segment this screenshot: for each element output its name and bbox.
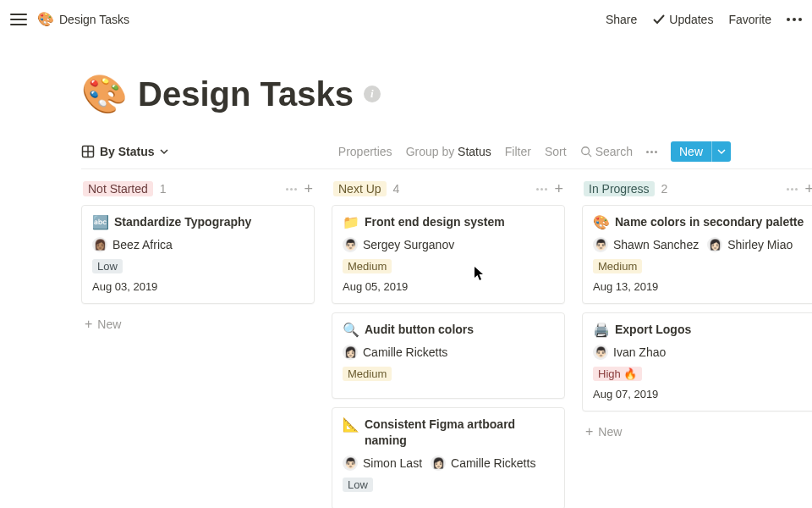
chevron-down-icon (717, 147, 726, 156)
page-title[interactable]: Design Tasks (138, 75, 354, 113)
assignee: 👨🏻Ivan Zhao (593, 345, 666, 360)
card-icon: 🖨️ (593, 322, 610, 338)
card-icon: 🔤 (92, 214, 109, 230)
chevron-down-icon (160, 147, 168, 156)
breadcrumb-title: Design Tasks (59, 13, 129, 26)
status-pill: In Progress (584, 181, 655, 196)
assignee-name: Sergey Surganov (363, 238, 454, 251)
task-card[interactable]: 🔤Standardize Typography👩🏽Beez AfricaLowA… (81, 205, 315, 304)
assignee-name: Beez Africa (112, 238, 173, 251)
column-add-icon[interactable]: + (304, 181, 313, 196)
priority-badge: High 🔥 (593, 367, 642, 381)
avatar: 👨🏻 (343, 456, 358, 471)
assignee-list: 👨🏻Shawn Sanchez👩🏻Shirley Miao (593, 237, 804, 252)
assignee: 👩🏻Camille Ricketts (343, 345, 447, 360)
avatar: 👨🏻 (343, 237, 358, 252)
column-count: 1 (160, 182, 167, 196)
column-count: 2 (661, 182, 668, 196)
board-column-next_up: Next Up4+📁Front end design system👨🏻Serge… (332, 181, 565, 508)
priority-badge: Low (92, 259, 123, 273)
more-menu-icon[interactable] (787, 18, 802, 21)
assignee: 👩🏻Shirley Miao (707, 237, 793, 252)
assignee: 👩🏻Camille Ricketts (431, 456, 535, 471)
avatar: 👨🏻 (593, 345, 608, 360)
board-column-not_started: Not Started1+🔤Standardize Typography👩🏽Be… (81, 181, 315, 508)
card-title: Audit button colors (365, 322, 474, 338)
plus-icon: + (585, 425, 593, 439)
add-card-label: New (598, 425, 622, 439)
assignee-name: Shirley Miao (727, 238, 793, 251)
avatar: 👩🏽 (92, 237, 107, 252)
add-card-button[interactable]: +New (81, 312, 315, 336)
card-icon: 📐 (343, 417, 359, 433)
assignee: 👨🏻Shawn Sanchez (593, 237, 699, 252)
filter-button[interactable]: Filter (505, 145, 531, 158)
assignee-list: 👨🏻Ivan Zhao (593, 345, 804, 360)
group-by-button[interactable]: Group by Status (406, 145, 491, 158)
column-more-icon[interactable] (536, 188, 547, 190)
sort-button[interactable]: Sort (545, 145, 567, 158)
avatar: 👩🏻 (707, 237, 722, 252)
column-header[interactable]: Not Started1+ (81, 181, 315, 196)
card-title: Name colors in secondary palette (615, 214, 804, 230)
card-icon: 📁 (343, 214, 359, 230)
card-icon: 🔍 (343, 322, 359, 338)
share-button[interactable]: Share (606, 13, 637, 26)
priority-badge: Medium (343, 367, 392, 381)
search-button[interactable]: Search (580, 145, 633, 158)
assignee-name: Camille Ricketts (451, 456, 535, 470)
properties-button[interactable]: Properties (338, 145, 392, 158)
task-card[interactable]: 🎨Name colors in secondary palette👨🏻Shawn… (582, 205, 812, 304)
task-card[interactable]: 📐Consistent Figma artboard naming👨🏻Simon… (332, 407, 565, 508)
column-add-icon[interactable]: + (554, 181, 563, 196)
task-card[interactable]: 📁Front end design system👨🏻Sergey Surgano… (332, 205, 565, 304)
svg-point-3 (581, 147, 589, 155)
assignee-name: Ivan Zhao (613, 345, 666, 359)
hamburger-menu-icon[interactable] (10, 11, 27, 28)
priority-badge: Medium (343, 259, 392, 273)
assignee-list: 👩🏻Camille Ricketts (343, 345, 554, 360)
task-card[interactable]: 🔍Audit button colors👩🏻Camille RickettsMe… (332, 312, 565, 399)
status-pill: Next Up (333, 181, 387, 196)
column-count: 4 (393, 182, 400, 196)
column-header[interactable]: In Progress2+ (582, 181, 812, 196)
page-icon[interactable]: 🎨 (81, 72, 128, 116)
breadcrumb[interactable]: 🎨 Design Tasks (37, 11, 129, 27)
assignee: 👩🏽Beez Africa (92, 237, 173, 252)
board-icon (81, 145, 95, 158)
priority-badge: Low (343, 478, 373, 492)
avatar: 👨🏻 (593, 237, 608, 252)
check-icon (652, 13, 666, 26)
column-add-icon[interactable]: + (804, 181, 812, 196)
card-title: Front end design system (365, 214, 505, 230)
add-card-button[interactable]: +New (582, 420, 812, 444)
new-button[interactable]: New (671, 141, 731, 162)
card-date: Aug 05, 2019 (343, 280, 554, 293)
assignee-name: Simon Last (363, 456, 422, 470)
card-title: Export Logos (615, 322, 691, 338)
new-dropdown-icon[interactable] (711, 141, 731, 162)
card-date: Aug 07, 2019 (593, 388, 804, 400)
column-header[interactable]: Next Up4+ (332, 181, 565, 196)
view-more-icon[interactable] (646, 151, 657, 153)
svg-line-4 (588, 154, 591, 157)
column-more-icon[interactable] (286, 188, 297, 190)
avatar: 👩🏻 (343, 345, 358, 360)
assignee-name: Camille Ricketts (363, 345, 447, 359)
updates-button[interactable]: Updates (652, 13, 713, 26)
assignee: 👨🏻Sergey Surganov (343, 237, 454, 252)
task-card[interactable]: 🖨️Export Logos👨🏻Ivan ZhaoHigh 🔥Aug 07, 2… (582, 312, 812, 411)
priority-badge: Medium (593, 259, 642, 273)
assignee-name: Shawn Sanchez (613, 238, 699, 251)
assignee-list: 👩🏽Beez Africa (92, 237, 304, 252)
column-more-icon[interactable] (787, 188, 798, 190)
add-card-label: New (97, 318, 121, 331)
card-title: Consistent Figma artboard naming (365, 417, 554, 449)
assignee-list: 👨🏻Simon Last👩🏻Camille Ricketts (343, 456, 554, 471)
view-picker[interactable]: By Status (81, 145, 168, 158)
status-pill: Not Started (83, 181, 153, 196)
assignee-list: 👨🏻Sergey Surganov (343, 237, 554, 252)
favorite-button[interactable]: Favorite (728, 13, 771, 26)
card-icon: 🎨 (593, 214, 610, 230)
info-icon[interactable]: i (364, 86, 381, 102)
